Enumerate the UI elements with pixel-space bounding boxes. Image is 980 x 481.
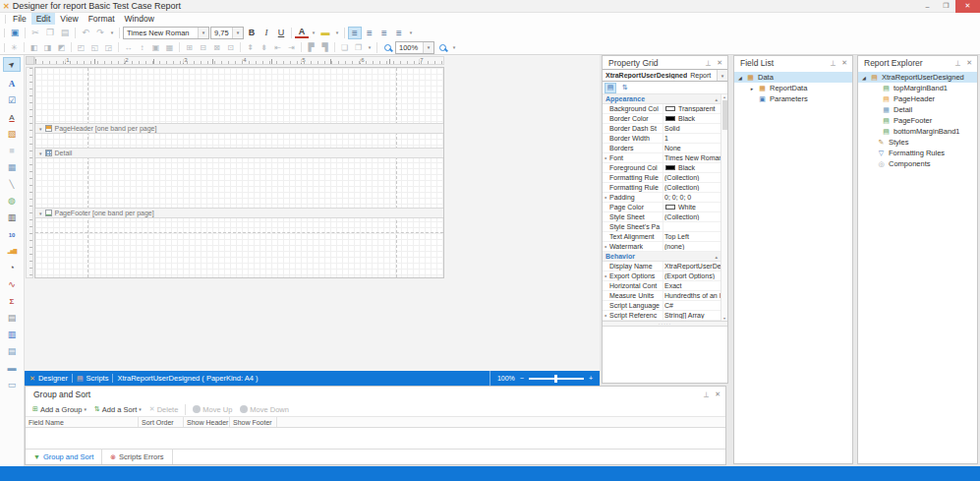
report-page-canvas[interactable]: ▾ PageHeader [one band per page] ▾ Detai… bbox=[34, 67, 444, 278]
layout-tool-icon[interactable]: ◧ bbox=[28, 41, 40, 53]
expand-icon[interactable]: ▸ bbox=[603, 313, 609, 318]
horizontal-ruler[interactable]: 1234567 bbox=[34, 56, 444, 65]
property-row[interactable]: ▸ Padding 0; 0; 0; 0 bbox=[603, 193, 721, 203]
chevron-down-icon[interactable]: ▾ bbox=[232, 28, 243, 38]
property-value[interactable]: (none) bbox=[663, 243, 721, 250]
property-row[interactable]: Border Width 1 bbox=[603, 134, 721, 144]
move-down-button[interactable]: ↓ Move Down bbox=[237, 405, 292, 414]
zoom-in-icon[interactable] bbox=[435, 41, 449, 54]
align-left-button[interactable]: ≡ bbox=[348, 27, 362, 39]
layout-tool-icon[interactable]: ⇥ bbox=[285, 41, 298, 53]
layout-tool-icon[interactable]: ▛ bbox=[305, 41, 317, 53]
zoom-dropdown-icon[interactable]: ▾ bbox=[450, 41, 458, 54]
property-row[interactable]: ▸ Script Referenc String[] Array bbox=[603, 311, 721, 321]
layout-tool-icon[interactable]: ◱ bbox=[88, 41, 101, 53]
chevron-down-icon[interactable]: ▾ bbox=[423, 42, 433, 53]
property-row[interactable]: Page Color White bbox=[603, 203, 721, 212]
close-icon[interactable]: ✕ bbox=[966, 59, 972, 67]
node-components[interactable]: ◎ Components bbox=[858, 158, 977, 169]
italic-button[interactable]: I bbox=[259, 27, 273, 39]
highlight-dropdown-icon[interactable]: ▾ bbox=[333, 27, 341, 39]
tool-line[interactable]: ╲ bbox=[3, 177, 21, 192]
tool-panel[interactable]: ■ bbox=[3, 144, 21, 158]
expander-icon[interactable]: ◢ bbox=[861, 75, 867, 81]
property-value[interactable]: (Export Options) bbox=[663, 272, 721, 279]
chevron-down-icon[interactable]: ▾ bbox=[717, 70, 727, 81]
pin-icon[interactable]: ⊣ bbox=[953, 59, 961, 65]
align-center-button[interactable]: ≡ bbox=[363, 27, 376, 39]
chevron-down-icon[interactable]: ▾ bbox=[198, 28, 208, 38]
layout-tool-icon[interactable]: ⊡ bbox=[224, 41, 237, 53]
tool-label[interactable]: A bbox=[3, 77, 21, 91]
property-value[interactable]: (Collection) bbox=[663, 174, 721, 181]
expand-icon[interactable]: ▸ bbox=[603, 244, 609, 249]
highlight-color-button[interactable]: ▬ bbox=[318, 27, 332, 39]
underline-button[interactable]: U bbox=[274, 27, 288, 39]
layout-tool-icon[interactable]: ❏ bbox=[338, 41, 351, 53]
zoom-slider-thumb[interactable] bbox=[554, 375, 557, 383]
tab-group-and-sort[interactable]: ▼ Group and Sort bbox=[26, 450, 102, 464]
layout-tool-icon[interactable]: ⇟ bbox=[258, 41, 270, 53]
node-data[interactable]: ◢ ▦ Data bbox=[734, 72, 852, 83]
node-topmarginband1[interactable]: ▤ topMarginBand1 bbox=[858, 83, 977, 93]
layout-tool-icon[interactable]: ◰ bbox=[75, 41, 87, 53]
column-header[interactable]: Show Header bbox=[184, 417, 230, 427]
property-row[interactable]: Measure Units Hundredths of an I… bbox=[603, 291, 721, 301]
tab-scripts-errors[interactable]: ⊗ Scripts Errors bbox=[102, 450, 172, 464]
zoom-level-combo[interactable]: 100% ▾ bbox=[395, 41, 434, 54]
property-row[interactable]: Script Language C# bbox=[603, 301, 721, 311]
save-icon[interactable]: ▣ bbox=[8, 27, 22, 39]
band-pagefooter[interactable]: ▾ PageFooter [one band per page] bbox=[35, 208, 443, 218]
zoom-out-icon[interactable] bbox=[380, 41, 394, 54]
node-parameters[interactable]: ▣ Parameters bbox=[734, 93, 852, 104]
column-header[interactable]: Field Name bbox=[26, 417, 139, 427]
property-row[interactable]: Border Dash St Solid bbox=[603, 124, 721, 134]
scroll-thumb[interactable] bbox=[722, 100, 727, 130]
tool-cross-band-box[interactable]: ▭ bbox=[3, 378, 21, 392]
node-formatting-rules[interactable]: ▽ Formatting Rules bbox=[858, 148, 977, 158]
tool-gauge[interactable]: ◔ bbox=[3, 261, 21, 275]
property-row[interactable]: Style Sheet's Pa bbox=[603, 222, 721, 232]
add-sort-button[interactable]: ⇅ Add a Sort ▾ bbox=[91, 405, 144, 414]
property-value[interactable]: White bbox=[677, 204, 721, 210]
property-row[interactable]: Borders None bbox=[603, 144, 721, 153]
pin-icon[interactable]: ⊣ bbox=[702, 391, 710, 397]
property-value[interactable]: XtraReportUserDe… bbox=[663, 263, 721, 270]
close-icon[interactable]: ✕ bbox=[717, 59, 722, 67]
layout-tool-icon[interactable]: ▣ bbox=[149, 41, 162, 53]
layout-tool-icon[interactable]: | bbox=[118, 42, 119, 52]
scroll-down-icon[interactable]: ▾ bbox=[723, 316, 725, 321]
layout-tool-icon[interactable]: ▦ bbox=[163, 41, 176, 53]
move-up-button[interactable]: ↑ Move Up bbox=[190, 405, 235, 414]
node-bottommarginband1[interactable]: ▤ bottomMarginBand1 bbox=[858, 126, 977, 137]
tab-scripts[interactable]: ▤ Scripts bbox=[77, 374, 109, 383]
property-value[interactable]: Solid bbox=[663, 125, 721, 132]
redo-icon[interactable]: ↷ bbox=[93, 27, 107, 39]
tool-table[interactable]: ▦ bbox=[3, 160, 21, 175]
layout-tool-icon[interactable]: | bbox=[71, 42, 72, 52]
scroll-up-icon[interactable]: ▴ bbox=[723, 94, 725, 99]
collapse-icon[interactable]: ▾ bbox=[39, 150, 42, 156]
property-row[interactable]: Foreground Col Black bbox=[603, 163, 721, 173]
pin-icon[interactable]: ⊣ bbox=[829, 59, 836, 65]
bold-button[interactable]: B bbox=[245, 27, 259, 39]
expand-icon[interactable]: ▸ bbox=[603, 155, 609, 160]
tool-bar-code[interactable]: ▥ bbox=[3, 210, 21, 225]
expand-icon[interactable]: ▸ bbox=[603, 273, 609, 278]
expander-icon[interactable]: ▸ bbox=[749, 86, 755, 91]
tool-chart[interactable]: ▂▅▇ bbox=[3, 244, 21, 259]
redo-dropdown-icon[interactable]: ▾ bbox=[108, 27, 116, 39]
property-row[interactable]: Text Alignment Top Left bbox=[603, 232, 721, 242]
tab-designer[interactable]: ✕ Designer bbox=[29, 374, 68, 383]
layout-tool-icon[interactable]: | bbox=[179, 42, 180, 52]
property-row[interactable]: ▸ Font Times New Roman;… bbox=[603, 153, 721, 163]
tool-shape[interactable]: ◍ bbox=[3, 194, 21, 209]
undo-icon[interactable]: ↶ bbox=[79, 27, 92, 39]
zoom-minus-button[interactable]: − bbox=[520, 375, 524, 382]
tool-subreport[interactable]: ▤ bbox=[3, 311, 21, 326]
band-detail[interactable]: ▾ Detail bbox=[35, 148, 443, 158]
property-row[interactable]: Display Name XtraReportUserDe… bbox=[603, 262, 721, 271]
scrollbar[interactable]: ▴▾ bbox=[721, 94, 727, 321]
tool-page-info[interactable]: ▥ bbox=[3, 328, 21, 342]
layout-tool-icon[interactable]: ▾ bbox=[366, 41, 374, 53]
